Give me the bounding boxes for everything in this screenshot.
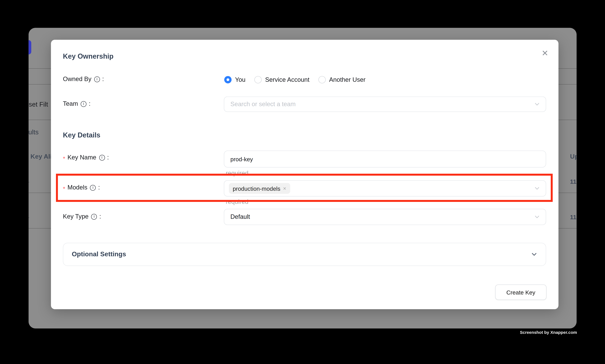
info-icon[interactable]: i bbox=[81, 101, 87, 107]
models-multiselect[interactable]: production-models × bbox=[224, 180, 546, 196]
radio-label: Another User bbox=[329, 76, 365, 83]
colon: : bbox=[102, 76, 104, 83]
colon: : bbox=[99, 213, 101, 220]
team-select-placeholder: Search or select a team bbox=[231, 101, 296, 108]
models-label: * Models i : bbox=[63, 184, 100, 191]
chevron-down-icon bbox=[534, 185, 540, 191]
key-name-label-text: Key Name bbox=[67, 154, 96, 161]
key-type-select[interactable]: Default bbox=[224, 209, 546, 225]
chevron-down-icon bbox=[534, 101, 540, 107]
table-header-updated: Up bbox=[570, 153, 577, 160]
xnapper-watermark: Screenshot by Xnapper.com bbox=[520, 330, 577, 335]
models-label-text: Models bbox=[67, 184, 87, 191]
results-count-fragment: sults bbox=[29, 129, 39, 136]
table-row-cell: 11/ bbox=[570, 178, 577, 185]
colon: : bbox=[89, 100, 90, 107]
radio-label: You bbox=[235, 76, 245, 83]
models-validation-text: required bbox=[226, 198, 248, 205]
table-row-cell: - bbox=[29, 178, 29, 185]
radio-unselected-icon[interactable] bbox=[254, 76, 262, 83]
key-type-label-text: Key Type bbox=[63, 213, 89, 220]
create-key-button[interactable]: Create Key bbox=[495, 285, 546, 300]
team-select[interactable]: Search or select a team bbox=[224, 97, 546, 112]
key-type-value: Default bbox=[231, 213, 250, 220]
key-name-input[interactable]: prod-key bbox=[224, 151, 546, 168]
create-key-modal: ✕ Key Ownership Owned By i : You Service… bbox=[51, 40, 558, 309]
key-name-validation-text: required bbox=[226, 170, 248, 177]
optional-settings-accordion[interactable]: Optional Settings bbox=[63, 243, 546, 266]
chevron-down-icon bbox=[534, 214, 540, 220]
team-label-text: Team bbox=[63, 100, 78, 107]
optional-settings-title: Optional Settings bbox=[72, 250, 126, 258]
owned-by-radio-group: You Service Account Another User bbox=[224, 76, 365, 83]
key-name-label: * Key Name i : bbox=[63, 154, 109, 161]
create-new-key-button-fragment[interactable] bbox=[29, 40, 31, 54]
selected-model-tag-label: production-models bbox=[233, 185, 280, 192]
colon: : bbox=[107, 154, 109, 161]
tag-remove-icon[interactable]: × bbox=[283, 185, 286, 192]
info-icon[interactable]: i bbox=[90, 185, 96, 190]
radio-selected-icon[interactable] bbox=[224, 76, 232, 83]
key-name-value: prod-key bbox=[231, 156, 253, 162]
required-asterisk: * bbox=[63, 185, 65, 192]
owned-by-label: Owned By i : bbox=[63, 76, 104, 83]
key-type-label: Key Type i : bbox=[63, 213, 101, 220]
radio-option-another-user[interactable]: Another User bbox=[318, 76, 365, 83]
screenshot-stage: eset Filt sults Key Alia Up - 11/ - 11/ … bbox=[0, 0, 605, 364]
radio-option-service-account[interactable]: Service Account bbox=[254, 76, 309, 83]
radio-unselected-icon[interactable] bbox=[318, 76, 326, 83]
info-icon[interactable]: i bbox=[94, 76, 100, 82]
required-asterisk: * bbox=[63, 155, 65, 162]
radio-option-you[interactable]: You bbox=[224, 76, 245, 83]
close-icon[interactable]: ✕ bbox=[540, 48, 550, 58]
owned-by-label-text: Owned By bbox=[63, 76, 91, 83]
reset-filters-button-fragment[interactable]: eset Filt bbox=[29, 101, 48, 109]
selected-model-tag: production-models × bbox=[229, 183, 290, 194]
info-icon[interactable]: i bbox=[91, 214, 97, 219]
info-icon[interactable]: i bbox=[99, 155, 105, 160]
colon: : bbox=[98, 184, 100, 191]
key-details-section-title: Key Details bbox=[63, 131, 100, 139]
table-row-cell: - bbox=[29, 214, 29, 221]
radio-label: Service Account bbox=[265, 76, 309, 83]
table-row-cell: 11/ bbox=[570, 214, 577, 221]
key-ownership-section-title: Key Ownership bbox=[63, 52, 114, 61]
team-label: Team i : bbox=[63, 100, 90, 107]
chevron-down-icon[interactable] bbox=[531, 251, 537, 257]
